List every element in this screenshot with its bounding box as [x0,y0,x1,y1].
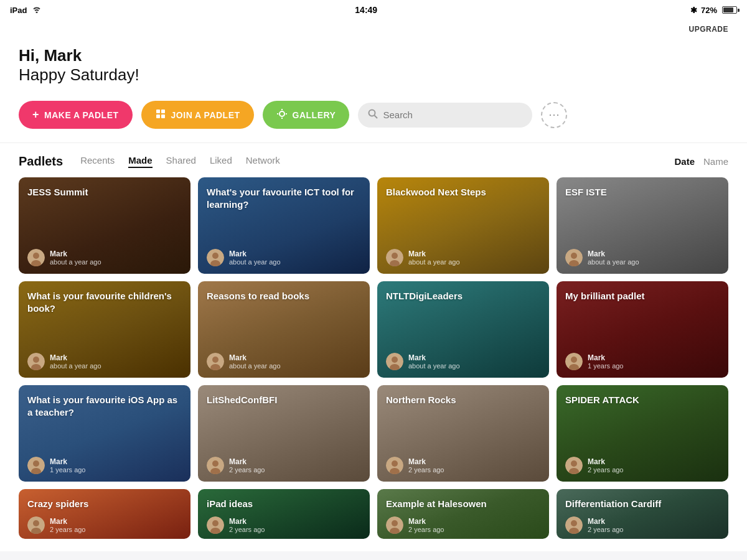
card-content: Example at Halesowen [377,489,549,510]
padlet-card[interactable]: What is your favourite children's book? … [19,281,190,378]
card-time: 2 years ago [408,466,444,474]
card-time: about a year ago [229,362,281,370]
card-meta: Mark 2 years ago [408,517,444,533]
padlet-card[interactable]: LitShedConfBFI Mark 2 years ago [198,385,370,482]
svg-point-57 [571,520,577,526]
device-label: iPad [10,6,27,15]
card-time: about a year ago [588,258,639,266]
card-meta: Mark 2 years ago [408,457,444,474]
card-meta: Mark 2 years ago [50,517,85,533]
card-footer: Mark about a year ago [19,243,190,274]
svg-rect-3 [161,114,165,118]
status-left: iPad [10,6,42,15]
card-title: What is your favourite iOS App as a teac… [27,394,182,418]
card-time: 2 years ago [229,466,265,474]
card-title: What's your favourite ICT tool for learn… [207,186,361,210]
card-content: Blackwood Next Steps [377,177,549,198]
card-title: Example at Halesowen [386,498,540,510]
padlets-grid: JESS Summit Mark about a year ago What's… [19,177,728,551]
padlet-card[interactable]: Northern Rocks Mark 2 years ago [377,385,549,482]
padlet-card[interactable]: Example at Halesowen Mark 2 years ago [377,489,549,539]
padlets-header-left: Padlets Recents Made Shared Liked Networ… [19,154,280,169]
search-input[interactable] [383,110,522,120]
card-meta: Mark about a year ago [229,353,281,370]
card-author: Mark [408,457,444,466]
svg-point-12 [33,253,39,259]
padlet-card[interactable]: My brilliant padlet Mark 1 years ago [557,281,728,378]
more-options-button[interactable]: ··· [541,102,567,128]
padlet-card[interactable]: JESS Summit Mark about a year ago [19,177,190,274]
svg-rect-0 [156,110,160,113]
padlets-header: Padlets Recents Made Shared Liked Networ… [19,143,728,177]
tab-made[interactable]: Made [128,155,152,168]
card-footer: Mark 2 years ago [377,510,549,539]
card-time: 2 years ago [588,466,623,474]
search-icon [368,109,378,121]
padlet-card[interactable]: SPIDER ATTACK Mark 2 years ago [557,385,728,482]
avatar [386,249,403,266]
avatar [27,249,45,266]
card-title: JESS Summit [27,186,182,198]
padlet-card[interactable]: Reasons to read books Mark about a year … [198,281,370,378]
search-bar[interactable] [358,103,532,128]
padlet-card[interactable]: What is your favourite iOS App as a teac… [19,385,190,482]
padlet-card[interactable]: NTLTDigiLeaders Mark about a year ago [377,281,549,378]
card-title: Blackwood Next Steps [386,186,540,198]
padlet-card[interactable]: What's your favourite ICT tool for learn… [198,177,370,274]
card-author: Mark [50,457,85,466]
sort-name[interactable]: Name [703,156,728,167]
card-content: Differentiation Cardiff [557,489,728,510]
make-padlet-button[interactable]: + MAKE A PADLET [19,101,133,129]
svg-point-9 [369,110,375,116]
svg-point-36 [33,460,39,467]
avatar [386,457,403,474]
card-content: What is your favourite iOS App as a teac… [19,385,190,418]
card-content: SPIDER ATTACK [557,385,728,406]
card-title: Northern Rocks [386,394,540,406]
svg-point-51 [212,520,218,526]
card-title: LitShedConfBFI [207,394,361,406]
card-time: 2 years ago [588,526,623,533]
tab-liked[interactable]: Liked [210,155,232,168]
gallery-icon [276,108,288,121]
padlet-card[interactable]: Differentiation Cardiff Mark 2 years ago [557,489,728,539]
card-content: What's your favourite ICT tool for learn… [198,177,370,210]
tab-network[interactable]: Network [246,155,280,168]
card-content: NTLTDigiLeaders [377,281,549,302]
card-author: Mark [229,353,281,362]
card-meta: Mark 1 years ago [50,457,85,474]
actions-row: + MAKE A PADLET JOIN A PADLET GALLERY [19,90,728,142]
join-padlet-button[interactable]: JOIN A PADLET [141,101,254,129]
card-footer: Mark about a year ago [377,347,549,378]
card-time: 2 years ago [408,526,444,533]
svg-point-15 [212,253,218,259]
tab-recents[interactable]: Recents [80,155,115,168]
card-content: Northern Rocks [377,385,549,406]
header: UPGRADE Hi, Mark Happy Saturday! + MAKE … [0,20,747,142]
card-title: My brilliant padlet [565,290,720,302]
card-meta: Mark about a year ago [408,250,460,266]
padlet-card[interactable]: ESF ISTE Mark about a year ago [557,177,728,274]
sort-date[interactable]: Date [674,156,695,167]
card-footer: Mark 2 years ago [557,510,728,539]
join-icon [155,108,166,121]
padlets-section: Padlets Recents Made Shared Liked Networ… [0,142,747,551]
card-time: about a year ago [229,258,281,266]
svg-point-48 [33,520,39,526]
padlet-card[interactable]: Crazy spiders Mark 2 years ago [19,489,190,539]
card-content: iPad ideas [198,489,370,510]
card-title: ESF ISTE [565,186,720,198]
card-author: Mark [229,517,265,526]
bluetooth-icon: ✱ [690,6,697,15]
padlet-card[interactable]: iPad ideas Mark 2 years ago [198,489,370,539]
tab-shared[interactable]: Shared [166,155,196,168]
avatar [565,249,583,266]
padlet-card[interactable]: Blackwood Next Steps Mark about a year a… [377,177,549,274]
ellipsis-icon: ··· [548,108,560,121]
upgrade-row: UPGRADE [19,25,728,36]
gallery-button[interactable]: GALLERY [263,101,350,129]
upgrade-button[interactable]: UPGRADE [688,25,728,34]
avatar [27,353,45,370]
greeting-hi: Hi, Mark [19,46,728,65]
svg-point-18 [392,253,398,259]
